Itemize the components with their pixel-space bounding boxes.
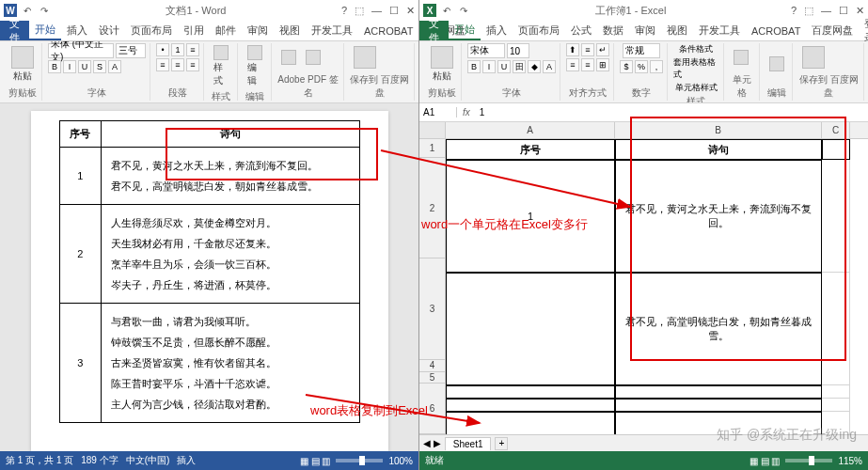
tab-references[interactable]: 引用 xyxy=(178,21,210,40)
cell-B2[interactable]: 君不见，黄河之水天上来，奔流到海不复回。 xyxy=(615,160,822,273)
word-cell-num-1[interactable]: 1 xyxy=(59,148,101,205)
tab-home[interactable]: 开始 xyxy=(29,21,61,40)
cell-B5[interactable] xyxy=(615,399,822,412)
font-color-button[interactable]: A xyxy=(108,60,121,73)
word-cell-poem-3[interactable]: 与君歌一曲，请君为我倾耳听。钟鼓馔玉不足贵，但愿长醉不愿醒。古来圣贤皆寂寞，惟有… xyxy=(101,304,359,423)
align-left-button[interactable]: ≡ xyxy=(566,58,579,71)
cells-button[interactable] xyxy=(730,48,752,68)
font-size-select[interactable]: 三号 xyxy=(116,43,146,58)
zoom-level[interactable]: 100% xyxy=(388,456,413,466)
page-indicator[interactable]: 第 1 页，共 1 页 xyxy=(6,454,73,467)
cell-A2[interactable]: 1 xyxy=(446,160,615,273)
word-count[interactable]: 189 个字 xyxy=(81,454,118,467)
minimize-icon[interactable]: — xyxy=(371,5,382,17)
view-buttons[interactable]: ▦ ▤ ▥ xyxy=(300,456,331,466)
row-header-3[interactable]: 3 xyxy=(419,258,445,360)
cells-area[interactable]: 序号诗句1君不见，黄河之水天上来，奔流到海不复回。君不见，高堂明镜悲白发，朝如青… xyxy=(446,139,868,434)
edit-button[interactable] xyxy=(765,55,788,74)
maximize-icon[interactable]: ☐ xyxy=(389,5,399,17)
cell-style-button[interactable]: 单元格样式 xyxy=(675,82,718,94)
row-header-2[interactable]: 2 xyxy=(419,158,445,259)
cell-B1[interactable]: 诗句 xyxy=(615,139,822,160)
bold-button[interactable]: B xyxy=(467,60,481,73)
excel-app-icon[interactable]: X xyxy=(423,4,436,17)
add-sheet-button[interactable]: + xyxy=(495,437,508,450)
cell-B6[interactable]: 人生得意须尽欢，莫使金樽空对月。 xyxy=(615,412,822,434)
align-top-button[interactable]: ⬆ xyxy=(566,43,579,56)
acrobat-create-button[interactable] xyxy=(277,48,300,68)
edit-button[interactable]: 编辑 xyxy=(244,43,267,89)
align-mid-button[interactable]: ≡ xyxy=(581,43,594,56)
row-header-4[interactable]: 4 xyxy=(419,360,445,372)
col-header-b[interactable]: B xyxy=(615,122,822,138)
font-color-button[interactable]: A xyxy=(543,60,556,73)
align-right-button[interactable]: ≡ xyxy=(186,58,199,71)
login-link[interactable]: 登录 xyxy=(859,21,868,40)
acrobat-sign-button[interactable] xyxy=(302,48,324,68)
formula-input[interactable]: 1 xyxy=(476,107,868,118)
ribbon-toggle-icon[interactable]: ⬚ xyxy=(804,5,813,17)
bold-button[interactable]: B xyxy=(48,60,61,73)
zoom-level[interactable]: 115% xyxy=(838,456,862,466)
tab-baidu[interactable]: 百度网盘 xyxy=(806,21,859,40)
ribbon-toggle-icon[interactable]: ⬚ xyxy=(355,5,364,17)
tab-acrobat[interactable]: ACROBAT xyxy=(746,21,806,40)
col-header-c[interactable]: C xyxy=(822,122,850,138)
cell-C2[interactable] xyxy=(822,160,850,273)
font-size-select[interactable]: 10 xyxy=(507,43,529,58)
tab-formulas[interactable]: 公式 xyxy=(565,21,597,40)
table-format-button[interactable]: 套用表格格式 xyxy=(673,56,719,81)
word-th-num[interactable]: 序号 xyxy=(59,121,101,148)
fill-color-button[interactable]: ◆ xyxy=(528,60,541,73)
insert-mode[interactable]: 插入 xyxy=(177,454,196,467)
tab-layout[interactable]: 页面布局 xyxy=(125,21,178,40)
cond-format-button[interactable]: 条件格式 xyxy=(679,43,713,55)
tab-mailings[interactable]: 邮件 xyxy=(210,21,242,40)
tab-review[interactable]: 审阅 xyxy=(242,21,274,40)
zoom-slider[interactable] xyxy=(336,459,383,462)
cell-A6[interactable] xyxy=(446,412,615,434)
cell-C5[interactable] xyxy=(822,399,850,412)
cell-A5[interactable] xyxy=(446,399,615,412)
word-app-icon[interactable]: W xyxy=(4,4,17,17)
cell-B4[interactable] xyxy=(615,385,822,399)
font-name-select[interactable]: 宋体 (中文正文) xyxy=(48,43,114,58)
cell-C4[interactable] xyxy=(822,385,850,399)
close-icon[interactable]: ✕ xyxy=(856,5,864,17)
name-box[interactable]: A1 xyxy=(419,107,457,118)
cell-A1[interactable]: 序号 xyxy=(446,139,615,160)
tab-insert[interactable]: 插入 xyxy=(61,21,93,40)
maximize-icon[interactable]: ☐ xyxy=(839,5,848,17)
underline-button[interactable]: U xyxy=(497,60,511,73)
cell-A3[interactable] xyxy=(446,273,615,385)
word-cell-num-2[interactable]: 2 xyxy=(59,205,101,304)
tab-file[interactable]: 文件 xyxy=(0,21,29,40)
cell-C6[interactable] xyxy=(822,412,850,434)
language-indicator[interactable]: 中文(中国) xyxy=(126,454,170,467)
redo-icon[interactable]: ↷ xyxy=(457,4,470,17)
view-buttons[interactable]: ▦ ▤ ▥ xyxy=(750,456,781,466)
word-cell-poem-2[interactable]: 人生得意须尽欢，莫使金樽空对月。天生我材必有用，千金散尽还复来。烹羊宰牛且为乐，… xyxy=(101,205,359,304)
row-header-5[interactable]: 5 xyxy=(419,372,445,384)
tab-developer[interactable]: 开发工具 xyxy=(693,21,746,40)
tab-data[interactable]: 数据 xyxy=(597,21,629,40)
word-cell-num-3[interactable]: 3 xyxy=(59,304,101,423)
tab-acrobat[interactable]: ACROBAT xyxy=(358,21,418,40)
strike-button[interactable]: S xyxy=(93,60,106,73)
word-table[interactable]: 序号诗句 1君不见，黄河之水天上来，奔流到海不复回。君不见，高堂明镜悲白发，朝如… xyxy=(59,120,360,423)
undo-icon[interactable]: ↶ xyxy=(440,4,453,17)
col-header-a[interactable]: A xyxy=(446,122,615,138)
align-left-button[interactable]: ≡ xyxy=(156,58,169,71)
sheet-tab-1[interactable]: Sheet1 xyxy=(445,437,492,450)
baidu-save-button[interactable] xyxy=(350,44,380,71)
italic-button[interactable]: I xyxy=(63,60,76,73)
word-cell-poem-1[interactable]: 君不见，黄河之水天上来，奔流到海不复回。君不见，高堂明镜悲白发，朝如青丝暮成雪。 xyxy=(101,148,359,205)
percent-button[interactable]: % xyxy=(635,60,648,73)
tab-file[interactable]: 文件 xyxy=(419,21,449,40)
align-center-button[interactable]: ≡ xyxy=(171,58,184,71)
cell-A4[interactable] xyxy=(446,385,615,399)
close-icon[interactable]: ✕ xyxy=(406,5,415,17)
sheet-nav-icon[interactable]: ◀ ▶ xyxy=(423,438,441,448)
help-icon[interactable]: ? xyxy=(341,5,347,17)
tab-view[interactable]: 视图 xyxy=(274,21,306,40)
